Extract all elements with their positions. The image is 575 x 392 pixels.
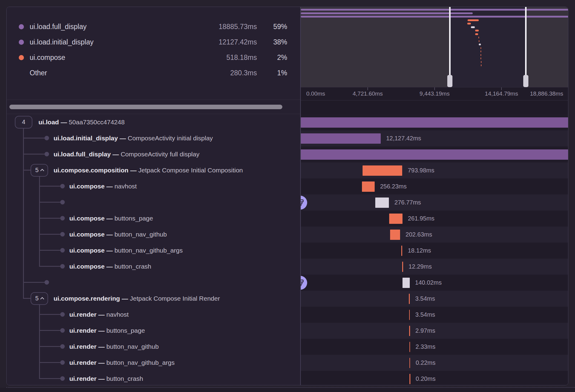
minimap-span-bar	[468, 19, 479, 21]
waterfall-row[interactable]: 12,127.42ms	[301, 130, 568, 146]
minimap-span-bar	[471, 26, 475, 28]
span-tree-label: ui.compose — navhost	[69, 178, 137, 194]
span-tree-row[interactable]: ui.compose — button_crash	[7, 258, 300, 274]
tree-connector-hline	[39, 266, 60, 267]
span-tree-row[interactable]: ui.render — button_nav_github_args	[7, 354, 300, 371]
tree-connector-hline	[39, 218, 60, 219]
span-tree-row[interactable]: 4ui.load — 50aa7350cc474248	[7, 114, 300, 130]
span-duration-bar[interactable]	[409, 326, 410, 336]
span-duration-bar[interactable]	[390, 230, 400, 240]
legend-dot-spacer	[19, 70, 24, 76]
span-tree-label: ui.compose — buttons_page	[69, 210, 153, 226]
waterfall-row[interactable]	[301, 114, 568, 130]
legend-item[interactable]: ui.load.initial_display12127.42ms38%	[19, 34, 287, 50]
span-tree-row[interactable]: ui.render — navhost	[7, 306, 300, 322]
span-tree-row[interactable]: ui.load.initial_display — ComposeActivit…	[7, 130, 300, 146]
profile-icon[interactable]	[301, 276, 307, 290]
span-children-badge[interactable]: 5	[31, 292, 48, 305]
span-duration-bar[interactable]	[409, 294, 410, 304]
waterfall-row[interactable]: 202.63ms	[301, 227, 568, 243]
trace-minimap[interactable]	[301, 7, 568, 87]
span-tree-row[interactable]: ui.render — button_nav_github	[7, 338, 300, 354]
waterfall-row[interactable]: 0.20ms	[301, 371, 568, 385]
span-tree-dot	[60, 216, 65, 220]
tree-connector-hline	[39, 202, 60, 203]
span-tree-label: ui.load — 50aa7350cc474248	[38, 114, 125, 130]
axis-spacer	[301, 100, 568, 114]
span-duration-bar[interactable]	[362, 181, 375, 192]
span-duration-bar[interactable]	[301, 133, 381, 144]
span-op-name: ui.render —	[69, 375, 107, 382]
span-children-badge[interactable]: 4	[15, 116, 32, 129]
span-duration-bar[interactable]	[389, 214, 402, 224]
span-duration-bar[interactable]	[409, 374, 410, 384]
minimap-handle-grip[interactable]	[447, 75, 452, 87]
tree-connector-hline	[39, 378, 60, 379]
span-tree-row[interactable]: ui.render — buttons_page	[7, 322, 300, 338]
waterfall-row[interactable]: 18.12ms	[301, 243, 568, 259]
minimap-handle-grip[interactable]	[523, 75, 528, 87]
span-duration-bar[interactable]	[409, 358, 410, 368]
axis-tick-label: 0.00ms	[306, 87, 325, 100]
legend-item[interactable]: ui.compose518.18ms2%	[19, 50, 287, 65]
legend-item-percent: 59%	[257, 23, 287, 31]
span-tree-row[interactable]: 5ui.compose.rendering — Jetpack Compose …	[7, 290, 300, 306]
waterfall-row[interactable]: 3.54ms	[301, 291, 568, 307]
span-tree-row[interactable]: ui.compose — navhost	[7, 178, 300, 194]
span-duration-bar[interactable]	[402, 262, 403, 272]
waterfall-row[interactable]: 261.95ms	[301, 211, 568, 227]
waterfall-row[interactable]: 3.54ms	[301, 307, 568, 323]
waterfall-row[interactable]: 2.97ms	[301, 323, 568, 339]
waterfall-row[interactable]: 276.77ms	[301, 194, 568, 211]
waterfall-row[interactable]: 12.29ms	[301, 259, 568, 275]
span-tree-row[interactable]: ui.compose — button_nav_github	[7, 226, 300, 242]
span-duration-bar[interactable]	[409, 342, 410, 352]
minimap-span-bar	[467, 23, 471, 24]
span-tree-row[interactable]	[7, 194, 300, 210]
tree-connector-hline	[39, 186, 60, 187]
waterfall-row[interactable]: 793.98ms	[301, 162, 568, 178]
span-duration-bar[interactable]	[409, 310, 410, 320]
span-description: button_nav_github_args	[107, 359, 175, 366]
span-description: 50aa7350cc474248	[69, 119, 125, 126]
legend-item[interactable]: Other280.3ms1%	[19, 65, 287, 81]
span-tree-row[interactable]	[7, 274, 300, 290]
span-tree-row[interactable]: ui.compose — buttons_page	[7, 210, 300, 226]
waterfall-row[interactable]	[301, 146, 568, 162]
span-tree-row[interactable]: ui.compose — button_nav_github_args	[7, 242, 300, 258]
span-description: button_nav_github	[107, 343, 159, 350]
span-description: Jetpack Compose Initial Render	[130, 295, 220, 302]
span-tree-label: ui.render — button_nav_github_args	[69, 354, 175, 371]
span-tree-label: ui.compose — button_nav_github	[69, 226, 167, 242]
tree-connector-hline	[23, 170, 31, 171]
tree-scrollbar-track[interactable]	[7, 100, 300, 114]
span-children-badge[interactable]: 5	[31, 164, 48, 177]
minimap-span-bar	[481, 54, 481, 56]
profile-icon[interactable]	[301, 196, 307, 210]
span-tree-row[interactable]: 5ui.compose.composition — Jetpack Compos…	[7, 162, 300, 178]
span-duration-label: 140.02ms	[415, 275, 442, 291]
span-duration-bar[interactable]	[301, 117, 568, 128]
span-duration-bar[interactable]	[375, 198, 389, 208]
span-duration-bar[interactable]	[363, 165, 402, 176]
span-tree-row[interactable]: ui.render — button_crash	[7, 371, 300, 385]
waterfall-row[interactable]: 256.23ms	[301, 178, 568, 194]
span-duration-bar[interactable]	[301, 149, 568, 160]
minimap-selection-window[interactable]	[450, 7, 526, 87]
span-duration-label: 2.97ms	[416, 323, 435, 339]
waterfall-row[interactable]: 0.22ms	[301, 355, 568, 371]
span-tree-row[interactable]: ui.load.full_display — ComposeActivity f…	[7, 146, 300, 162]
tree-connector-hline	[39, 330, 60, 331]
minimap-span-bar	[481, 51, 481, 52]
span-tree-dot	[60, 248, 65, 253]
waterfall-row[interactable]: 140.02ms	[301, 275, 568, 291]
span-duration-bar[interactable]	[402, 278, 409, 288]
span-duration-label: 12,127.42ms	[386, 130, 421, 146]
tree-connector-hline	[23, 154, 44, 155]
legend-item-percent: 1%	[257, 69, 287, 77]
tree-scrollbar-thumb[interactable]	[9, 105, 282, 109]
span-tree-dot	[44, 152, 49, 156]
legend-item[interactable]: ui.load.full_display18885.73ms59%	[19, 19, 287, 34]
span-duration-bar[interactable]	[401, 246, 402, 256]
waterfall-row[interactable]: 2.33ms	[301, 339, 568, 355]
